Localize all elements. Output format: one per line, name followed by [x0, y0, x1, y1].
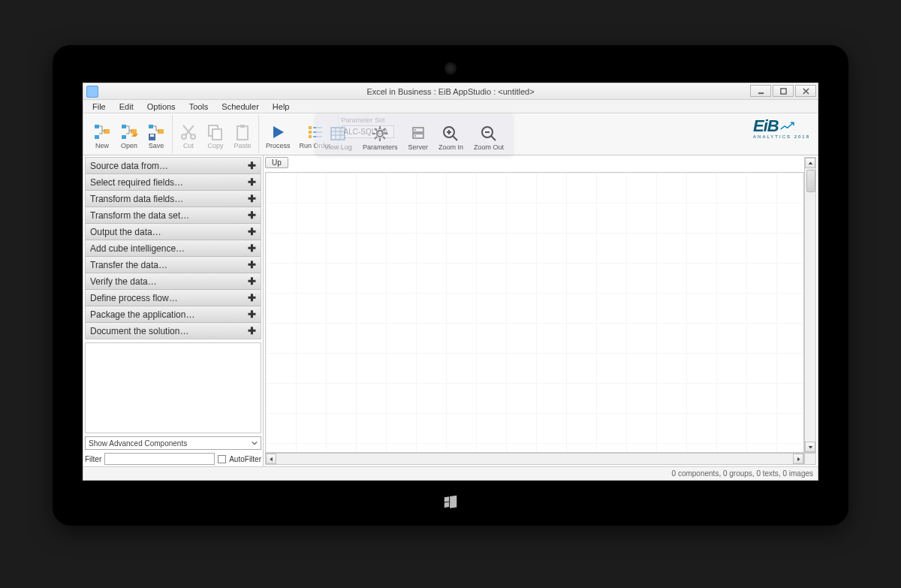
auto-filter-label: AutoFilter — [229, 455, 261, 463]
app-window: Excel in Business : EiB AppStudio : <unt… — [83, 83, 818, 481]
menu-help[interactable]: Help — [267, 101, 296, 112]
category-item[interactable]: Source data from…✚ — [86, 158, 261, 174]
scroll-down-arrow[interactable] — [805, 442, 815, 452]
design-canvas[interactable] — [265, 172, 804, 453]
play-icon — [269, 123, 287, 141]
svg-rect-5 — [122, 125, 126, 128]
category-item[interactable]: Transfer the data…✚ — [86, 257, 261, 273]
svg-point-29 — [414, 135, 416, 137]
zoom-out-icon — [480, 125, 498, 143]
gear-icon — [371, 125, 389, 143]
tablet-frame: Excel in Business : EiB AppStudio : <unt… — [53, 45, 848, 526]
svg-rect-9 — [158, 129, 164, 134]
expand-icon: ✚ — [248, 243, 256, 254]
category-label: Output the data… — [90, 227, 161, 237]
expand-icon: ✚ — [248, 292, 256, 303]
menu-scheduler[interactable]: Scheduler — [215, 101, 265, 112]
server-button[interactable]: Server — [404, 122, 432, 153]
category-label: Define process flow… — [90, 293, 178, 303]
svg-point-28 — [414, 129, 416, 131]
expand-icon: ✚ — [248, 276, 256, 287]
expand-icon: ✚ — [248, 226, 256, 237]
category-label: Document the solution… — [90, 326, 188, 336]
category-item[interactable]: Transform the data set…✚ — [86, 207, 261, 224]
chevron-down-icon — [252, 440, 258, 446]
up-button[interactable]: Up — [265, 157, 288, 168]
sidebar: Source data from…✚Select required fields… — [83, 155, 264, 466]
close-button[interactable] — [795, 85, 816, 97]
expand-icon: ✚ — [248, 176, 256, 188]
scroll-left-arrow[interactable] — [266, 454, 276, 464]
svg-rect-19 — [309, 131, 312, 134]
minimize-button[interactable] — [750, 85, 771, 97]
titlebar: Excel in Business : EiB AppStudio : <unt… — [83, 83, 818, 100]
brand-name: EiB — [753, 116, 779, 136]
filter-input[interactable] — [104, 453, 215, 465]
component-palette — [85, 342, 261, 433]
category-item[interactable]: Add cube intelligence…✚ — [86, 240, 261, 257]
svg-rect-24 — [331, 128, 345, 140]
toolbar: New Open Save Cut Copy — [83, 113, 818, 155]
expand-icon: ✚ — [248, 259, 256, 270]
category-label: Transfer the data… — [90, 260, 167, 270]
zoom-out-label: Zoom Out — [474, 143, 504, 151]
process-button[interactable]: Process — [262, 121, 294, 152]
menu-edit[interactable]: Edit — [113, 101, 140, 112]
svg-rect-11 — [150, 134, 154, 137]
svg-point-25 — [377, 131, 383, 137]
auto-filter-checkbox[interactable] — [218, 455, 226, 463]
scroll-thumb[interactable] — [806, 170, 815, 192]
scroll-right-arrow[interactable] — [793, 454, 803, 464]
flowchart-open-icon — [120, 123, 138, 141]
grid-icon — [329, 125, 347, 143]
category-item[interactable]: Select required fields…✚ — [86, 174, 261, 191]
paste-button[interactable]: Paste — [230, 121, 255, 152]
vertical-scrollbar[interactable] — [804, 157, 816, 453]
menu-file[interactable]: File — [86, 101, 112, 112]
server-label: Server — [408, 143, 428, 151]
category-item[interactable]: Define process flow…✚ — [86, 290, 261, 306]
menubar: File Edit Options Tools Scheduler Help — [83, 100, 818, 113]
process-label: Process — [266, 142, 291, 149]
view-log-button[interactable]: View Log — [321, 122, 356, 153]
app-icon — [86, 86, 98, 98]
save-label: Save — [149, 142, 164, 149]
horizontal-scrollbar[interactable] — [265, 453, 804, 465]
category-item[interactable]: Output the data…✚ — [86, 224, 261, 240]
expand-icon: ✚ — [248, 210, 256, 221]
category-item[interactable]: Package the application…✚ — [86, 306, 261, 323]
scroll-up-arrow[interactable] — [805, 158, 815, 168]
show-advanced-combo[interactable]: Show Advanced Components — [85, 436, 261, 450]
expand-icon: ✚ — [248, 193, 256, 204]
category-item[interactable]: Verify the data…✚ — [86, 273, 261, 290]
maximize-button[interactable] — [773, 85, 794, 97]
canvas-area: Up — [265, 157, 816, 465]
zoom-out-button[interactable]: Zoom Out — [470, 122, 508, 153]
cut-label: Cut — [183, 142, 194, 149]
svg-rect-8 — [149, 125, 153, 128]
new-label: New — [95, 142, 109, 149]
filter-row: Filter AutoFilter — [85, 453, 261, 465]
zoom-in-button[interactable]: Zoom In — [435, 122, 467, 153]
brand-logo: EiB ANALYTICS 2018 — [753, 116, 810, 139]
expand-icon: ✚ — [248, 309, 256, 320]
tablet-camera — [445, 63, 456, 74]
category-label: Package the application… — [90, 309, 194, 320]
cut-button[interactable]: Cut — [176, 121, 201, 152]
new-button[interactable]: New — [89, 121, 115, 152]
windows-home-button[interactable] — [439, 491, 462, 514]
copy-button[interactable]: Copy — [203, 121, 228, 152]
menu-options[interactable]: Options — [141, 101, 182, 112]
category-item[interactable]: Document the solution…✚ — [86, 323, 261, 339]
save-button[interactable]: Save — [143, 121, 169, 152]
zoom-in-icon — [441, 125, 460, 143]
open-label: Open — [121, 142, 137, 149]
statusbar: 0 components, 0 groups, 0 texts, 0 image… — [83, 466, 818, 480]
category-label: Select required fields… — [90, 177, 183, 188]
menu-tools[interactable]: Tools — [183, 101, 215, 112]
category-item[interactable]: Transform data fields…✚ — [86, 191, 261, 207]
open-button[interactable]: Open — [116, 121, 142, 152]
floating-toolbar: View Log Parameters Server Zoom In Zoom … — [316, 113, 512, 155]
copy-icon — [206, 123, 224, 141]
parameters-button[interactable]: Parameters — [359, 122, 402, 153]
